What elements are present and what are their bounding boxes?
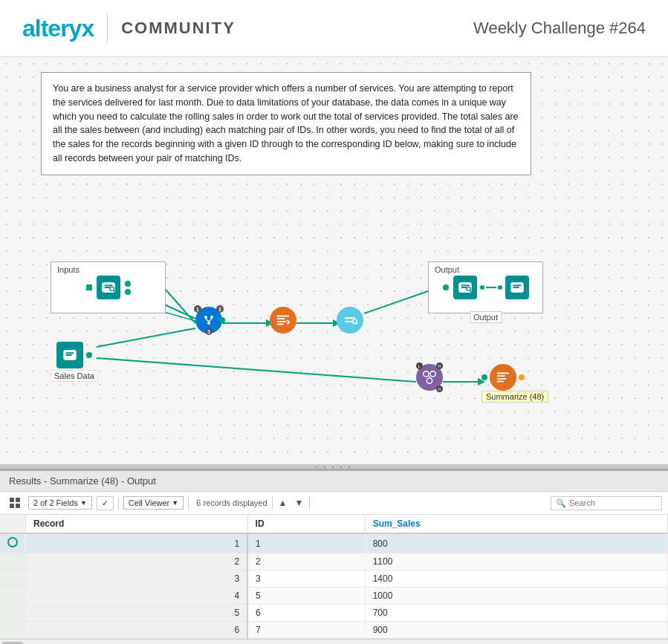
union-node[interactable]: 1 2 3	[195, 307, 222, 334]
check-icon: ✓	[102, 498, 108, 508]
output-node[interactable]: Output	[428, 261, 543, 313]
svg-rect-33	[16, 498, 20, 502]
union-badge2: 2	[216, 305, 224, 313]
table-row: 56700	[0, 605, 668, 622]
cell-sum-sales: 1100	[365, 553, 667, 570]
fields-label: 2 of 2 Fields	[33, 498, 78, 507]
select-icon	[337, 307, 363, 334]
toolbar-sep-2	[188, 496, 189, 510]
cell-record: 2	[26, 553, 248, 570]
output-connector-dots	[480, 285, 502, 290]
svg-line-5	[364, 291, 428, 313]
union-badge3: 3	[205, 328, 213, 335]
row-select-cell[interactable]	[0, 533, 26, 553]
cell-viewer-label: Cell Viewer	[129, 498, 169, 507]
browse-icon	[97, 276, 120, 299]
sort-down-button[interactable]: ▼	[293, 498, 305, 508]
select-node[interactable]	[337, 307, 363, 334]
dot2	[498, 285, 502, 290]
table-scroll-area: Record ID Sum_Sales 11800221100331400451…	[0, 515, 668, 639]
svg-point-17	[207, 322, 210, 325]
scroll-thumb[interactable]	[1, 642, 24, 645]
results-title: Results - Summarize (48) - Output	[9, 475, 156, 487]
svg-line-0	[165, 289, 195, 323]
row-select-cell[interactable]	[0, 622, 26, 639]
header-row: Record ID Sum_Sales	[0, 515, 668, 533]
sales-connector	[86, 352, 92, 358]
row-select-cell[interactable]	[0, 605, 26, 622]
table-row: 451000	[0, 588, 668, 605]
dot1	[480, 285, 484, 290]
summarize2-node[interactable]: Summarize (48)	[481, 364, 525, 391]
cell-sum-sales: 1000	[365, 588, 667, 605]
horizontal-scrollbar[interactable]	[0, 639, 668, 644]
cell-id: 3	[247, 570, 365, 588]
svg-point-31	[427, 378, 432, 383]
logo: alteryx	[22, 15, 94, 42]
summarize-tooltip: Summarize (48)	[481, 391, 548, 403]
logo-divider	[107, 13, 108, 43]
table-row: 11800	[0, 533, 668, 553]
toolbar-sep-3	[272, 496, 273, 510]
svg-line-6	[97, 358, 416, 382]
inputs-node[interactable]: Inputs	[51, 261, 166, 313]
line1	[486, 287, 496, 288]
svg-point-30	[430, 371, 435, 377]
output-connector-in	[443, 284, 449, 290]
sort-down-icon: ▼	[294, 498, 303, 508]
cross-join-node[interactable]: L R R	[416, 364, 443, 391]
output-inner	[437, 270, 535, 305]
svg-point-15	[204, 316, 207, 319]
cell-viewer-chevron: ▼	[172, 499, 178, 507]
svg-point-29	[424, 371, 429, 377]
summarize1-icon	[270, 307, 296, 334]
row-select-cell[interactable]	[0, 553, 26, 570]
sum2-in-connector	[481, 374, 487, 380]
table-row: 67900	[0, 622, 668, 639]
description-text: You are a business analyst for a service…	[53, 83, 519, 163]
results-toolbar: 2 of 2 Fields ▼ ✓ Cell Viewer ▼ 6 record…	[0, 492, 668, 515]
toolbar-sep-1	[118, 496, 119, 510]
sales-data-node[interactable]: Sales Data	[51, 342, 98, 382]
summarize1-node[interactable]	[270, 307, 296, 334]
search-input[interactable]	[569, 498, 651, 507]
inputs-inner	[80, 270, 137, 305]
row-select-cell[interactable]	[0, 570, 26, 588]
cell-sum-sales: 900	[365, 622, 667, 639]
sort-up-button[interactable]: ▲	[277, 498, 289, 508]
row-select-header	[0, 515, 26, 533]
apply-button[interactable]: ✓	[97, 496, 114, 510]
svg-rect-34	[10, 504, 14, 508]
description-box: You are a business analyst for a service…	[41, 72, 531, 175]
svg-line-18	[206, 319, 209, 322]
cell-viewer-dropdown[interactable]: Cell Viewer ▼	[123, 496, 184, 510]
header-record: Record	[26, 515, 248, 533]
grid-view-button[interactable]	[6, 495, 24, 510]
community-label: COMMUNITY	[121, 19, 236, 38]
sales-data-label: Sales Data	[51, 370, 98, 382]
union-badge: 1	[194, 305, 201, 313]
union-out-connector	[219, 317, 225, 323]
cell-record: 6	[26, 622, 248, 639]
cell-id: 7	[247, 622, 365, 639]
fields-dropdown[interactable]: 2 of 2 Fields ▼	[28, 496, 92, 510]
cell-record: 5	[26, 605, 248, 622]
sales-node-inner	[56, 342, 92, 368]
sales-browse-icon	[56, 342, 83, 368]
connector-out-2	[125, 289, 131, 295]
summarize2-inner	[481, 364, 525, 391]
table-row: 221100	[0, 553, 668, 570]
records-count: 6 records displayed	[196, 498, 267, 507]
fields-chevron: ▼	[80, 499, 87, 507]
toolbar-sep-4	[309, 496, 310, 510]
badge-l: L	[416, 362, 423, 369]
cell-record: 1	[26, 533, 248, 553]
inputs-label: Inputs	[57, 265, 80, 274]
search-box: 🔍	[551, 496, 662, 510]
cross-join-icon: L R R	[416, 364, 443, 391]
svg-rect-21	[345, 321, 353, 322]
cell-record: 4	[26, 588, 248, 605]
row-select-cell[interactable]	[0, 588, 26, 605]
cell-sum-sales: 800	[365, 533, 667, 553]
summarize2-icon	[490, 364, 516, 391]
